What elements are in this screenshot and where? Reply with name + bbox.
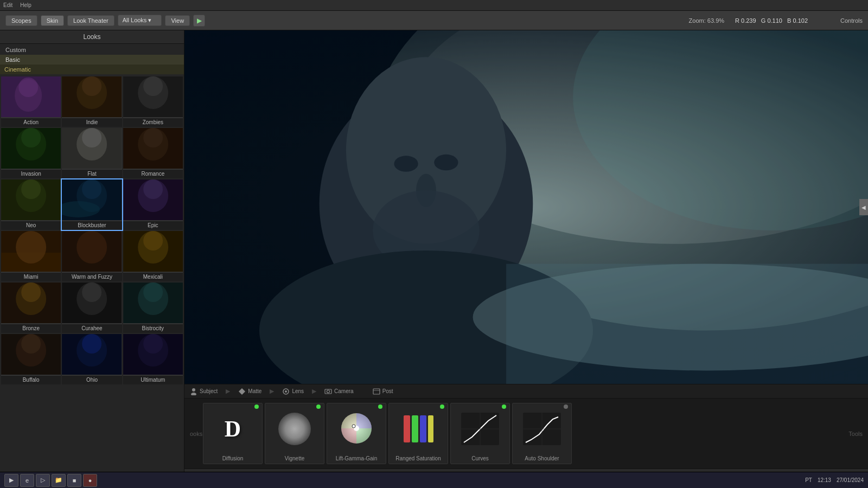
preview-svg [184, 30, 868, 384]
look-neo[interactable]: Neo [1, 179, 61, 230]
diffusion-content: D [203, 403, 262, 454]
svg-point-87 [327, 390, 330, 393]
tool-diffusion[interactable]: D Diffusion [203, 403, 263, 464]
svg-rect-61 [62, 334, 122, 375]
look-buffalo[interactable]: Buffalo [1, 334, 61, 384]
lgb-label: Lift-Gamma-Gain [336, 454, 378, 464]
curves-svg [461, 413, 499, 445]
svg-rect-65 [123, 334, 183, 375]
svg-rect-45 [123, 231, 183, 272]
taskbar-terminal[interactable]: ■ [67, 474, 81, 487]
start-button[interactable]: ▶ [4, 474, 18, 487]
ranged-sat-svg [401, 413, 436, 445]
right-arrow[interactable]: ◀ [859, 199, 868, 215]
taskbar-right: PT 12:13 27/01/2024 [805, 477, 864, 483]
taskbar-time: 12:13 [818, 477, 831, 483]
lgb-indicator [378, 404, 382, 409]
svg-rect-3 [1, 76, 61, 117]
look-zombies[interactable]: Zombies [123, 76, 183, 127]
look-indie[interactable]: Indie [62, 76, 122, 127]
taskbar-media[interactable]: ▷ [36, 474, 50, 487]
view-button[interactable]: View [165, 15, 190, 26]
chain-camera[interactable]: Camera [324, 388, 354, 395]
look-mexicali[interactable]: Mexicali [123, 231, 183, 281]
menu-help[interactable]: Help [20, 2, 31, 8]
diffusion-indicator [254, 404, 259, 409]
category-basic[interactable]: Basic [0, 55, 184, 65]
look-indie-label: Indie [62, 118, 122, 127]
category-custom[interactable]: Custom [0, 45, 184, 55]
svg-rect-94 [412, 415, 418, 442]
taskbar-ie[interactable]: e [20, 474, 34, 487]
scopes-button[interactable]: Scopes [5, 15, 37, 26]
svg-marker-83 [239, 388, 245, 395]
taskbar-app[interactable]: ● [83, 474, 97, 487]
chain-lens[interactable]: Lens [282, 388, 304, 395]
look-zombies-label: Zombies [123, 118, 183, 127]
look-action[interactable]: Action [1, 76, 61, 127]
svg-rect-41 [62, 231, 122, 272]
taskbar-pt: PT [805, 477, 812, 483]
look-buffalo-label: Buffalo [1, 376, 61, 384]
svg-point-82 [191, 393, 196, 395]
tool-lift-gamma-gain[interactable]: Lift-Gamma-Gain [327, 403, 386, 464]
title-bar: Edit Help [0, 0, 868, 11]
svg-rect-38 [1, 231, 61, 272]
look-blockbuster[interactable]: Blockbuster [62, 179, 122, 230]
chain-post[interactable]: Post [373, 388, 393, 395]
left-panel: Looks Custom Basic Cinematic Action [0, 30, 184, 488]
look-blockbuster-label: Blockbuster [62, 221, 122, 230]
auto-shoulder-content [513, 403, 571, 454]
look-mexicali-label: Mexicali [123, 273, 183, 281]
ranged-sat-content [389, 403, 448, 454]
look-warm-fuzzy-label: Warm and Fuzzy [62, 273, 122, 281]
ranged-sat-label: Ranged Saturation [395, 454, 441, 464]
svg-rect-96 [428, 415, 433, 442]
chain-matte[interactable]: Matte [238, 388, 261, 395]
curves-indicator [502, 404, 506, 409]
tool-vignette[interactable]: Vignette [265, 403, 324, 464]
vignette-content [265, 403, 324, 454]
look-curahee[interactable]: Curahee [62, 282, 122, 333]
taskbar-folder[interactable]: 📁 [52, 474, 66, 487]
auto-shoulder-label: Auto Shoulder [525, 454, 559, 464]
curves-content [451, 403, 509, 454]
looks-side-label: ooks [190, 431, 202, 437]
taskbar: ▶ e ▷ 📁 ■ ● PT 12:13 27/01/2024 [0, 472, 868, 488]
tool-curves[interactable]: Curves [450, 403, 510, 464]
diffusion-label: Diffusion [222, 454, 244, 464]
play-button[interactable]: ▶ [193, 15, 205, 27]
look-theater-button[interactable]: Look Theater [67, 15, 114, 26]
all-looks-dropdown[interactable]: All Looks ▾ [118, 15, 162, 26]
look-warm-fuzzy[interactable]: Warm and Fuzzy [62, 231, 122, 281]
look-bistrocity[interactable]: Bistrocity [123, 282, 183, 333]
shoulder-svg [523, 413, 561, 445]
look-epic[interactable]: Epic [123, 179, 183, 230]
zoom-info: Zoom: 63.9% [689, 17, 724, 24]
diffusion-letter: D [225, 416, 241, 442]
svg-point-18 [82, 128, 101, 147]
look-romance-label: Romance [123, 170, 183, 178]
svg-point-81 [192, 388, 195, 391]
chain-subject[interactable]: Subject [190, 388, 218, 395]
look-ultimatum[interactable]: Ultimatum [123, 334, 183, 384]
look-romance[interactable]: Romance [123, 128, 183, 178]
tool-auto-shoulder[interactable]: Auto Shoulder [512, 403, 572, 464]
look-invasion[interactable]: Invasion [1, 128, 61, 178]
look-bronze[interactable]: Bronze [1, 282, 61, 333]
tool-ranged-sat[interactable]: Ranged Saturation [388, 403, 448, 464]
svg-rect-93 [404, 415, 410, 442]
skin-button[interactable]: Skin [41, 15, 64, 26]
svg-point-92 [352, 425, 355, 428]
category-cinematic[interactable]: Cinematic [0, 65, 184, 74]
menu-edit[interactable]: Edit [3, 2, 12, 8]
look-flat[interactable]: Flat [62, 128, 122, 178]
look-ohio-label: Ohio [62, 376, 122, 384]
look-miami[interactable]: Miami [1, 231, 61, 281]
looks-header: Looks [0, 30, 184, 44]
svg-point-48 [21, 282, 41, 302]
look-ohio[interactable]: Ohio [62, 334, 122, 384]
look-flat-label: Flat [62, 170, 122, 178]
look-miami-label: Miami [1, 273, 61, 281]
vignette-circle [278, 413, 311, 445]
